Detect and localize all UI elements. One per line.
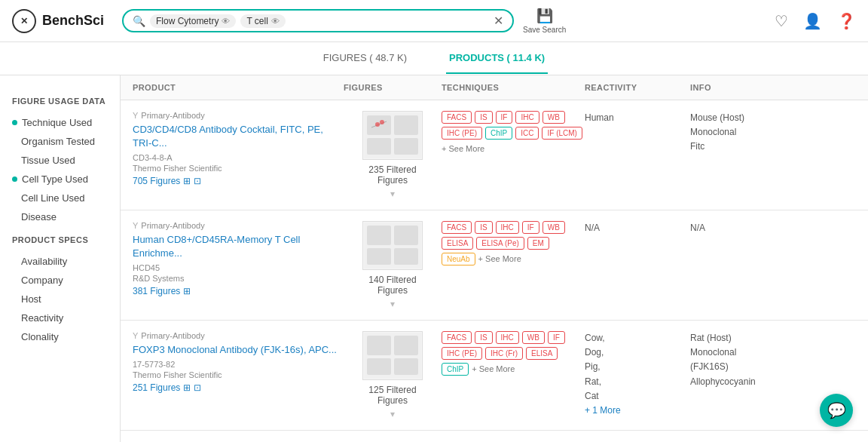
tag-ihc-pe-1[interactable]: IHC (PE) [442, 127, 482, 140]
reactivity-cell-1: Human [585, 111, 690, 125]
tag-is-1[interactable]: IS [475, 111, 492, 124]
product-name-3[interactable]: FOXP3 Monoclonal Antibody (FJK-16s), APC… [133, 343, 344, 357]
sidebar-item-disease[interactable]: Disease [12, 207, 108, 226]
figures-thumb-1[interactable] [362, 111, 423, 160]
tag-if-lcm-1[interactable]: IF (LCM) [542, 127, 582, 140]
product-type-3: Y Primary-Antibody [133, 331, 344, 340]
sidebar-item-cell-line-used[interactable]: Cell Line Used [12, 189, 108, 207]
tag-facs-2[interactable]: FACS [442, 221, 472, 234]
product-name-1[interactable]: CD3/CD4/CD8 Antibody Cocktail, FITC, PE,… [133, 123, 344, 150]
tag-ihc-2[interactable]: IHC [496, 221, 519, 234]
svg-rect-2 [394, 115, 418, 135]
product-code-1: CD3-4-8-A [133, 153, 344, 162]
svg-rect-16 [367, 358, 391, 375]
tag-facs-3[interactable]: FACS [442, 331, 472, 344]
techniques-cell-2: FACS IS IHC IF WB ELISA ELISA (Pe) EM Ne… [442, 221, 585, 266]
tag-elisa-2[interactable]: ELISA [442, 237, 473, 250]
tag-neuab-2[interactable]: NeuAb [442, 253, 475, 266]
info-cell-2: N/A [690, 221, 826, 235]
search-bar[interactable]: 🔍 Flow Cytometry 👁 T cell 👁 ✕ [122, 9, 514, 32]
save-search-button[interactable]: 💾 Save Search [523, 8, 566, 34]
tag-is-3[interactable]: IS [475, 331, 492, 344]
actions-cell-1: ♡ ⊞ [826, 111, 868, 150]
techniques-cell-3: FACS IS IHC WB IF IHC (PE) IHC (Fr) ELIS… [442, 331, 585, 376]
favorites-icon[interactable]: ♡ [775, 12, 788, 30]
figures-cell-3: 125 FilteredFigures ▾ [344, 331, 442, 419]
figures-expand-2[interactable]: ▾ [390, 299, 395, 309]
search-tag-tcell-label: T cell [246, 16, 267, 26]
sidebar-item-tissue-used[interactable]: Tissue Used [12, 151, 108, 170]
chat-bubble[interactable]: 💬 [820, 394, 853, 427]
sidebar-item-company[interactable]: Company [12, 271, 108, 290]
sidebar-item-organism-tested[interactable]: Organism Tested [12, 132, 108, 151]
table-row: Y Primary-Antibody FOXP3 Monoclonal Anti… [121, 321, 868, 431]
figures-count-2: 140 FilteredFigures [368, 275, 416, 296]
tag-elisa-pe-2[interactable]: ELISA (Pe) [476, 237, 524, 250]
figures-cell-1: 235 FilteredFigures ▾ [344, 111, 442, 199]
sidebar-item-host[interactable]: Host [12, 290, 108, 308]
see-more-3[interactable]: + See More [472, 364, 515, 376]
tag-elisa-3[interactable]: ELISA [526, 347, 558, 360]
search-tag-flow-cytometry[interactable]: Flow Cytometry 👁 [150, 14, 236, 28]
tag-chip-1[interactable]: ChIP [485, 127, 512, 140]
sidebar-item-reactivity[interactable]: Reactivity [12, 308, 108, 327]
product-company-1: Thermo Fisher Scientific [133, 164, 344, 173]
tag-ihc-3[interactable]: IHC [496, 331, 519, 344]
col-figures: FIGURES [344, 83, 442, 92]
tag-ihc-pe-3[interactable]: IHC (PE) [442, 347, 482, 360]
figures-thumb-3[interactable] [362, 331, 423, 380]
svg-rect-4 [394, 138, 418, 155]
svg-rect-9 [367, 226, 391, 245]
main: FIGURE USAGE DATA Technique Used Organis… [0, 75, 868, 442]
figures-icon-2: ⊞ [183, 286, 191, 296]
info-cell-1: Mouse (Host) Monoclonal Fitc [690, 111, 826, 155]
tag-wb-1[interactable]: WB [542, 111, 565, 124]
tag-ihc-fr-3[interactable]: IHC (Fr) [485, 347, 523, 360]
product-code-3: 17-5773-82 [133, 360, 344, 369]
actions-cell-2: ♡ ⊞ [826, 221, 868, 260]
tag-ihc-1[interactable]: IHC [515, 111, 539, 124]
actions-cell-3: ♡ ⊞ [826, 331, 868, 370]
search-tag-tcell[interactable]: T cell 👁 [240, 14, 285, 28]
tag-wb-2[interactable]: WB [542, 221, 565, 234]
product-figures-link-3[interactable]: 251 Figures ⊞ ⊡ [133, 382, 344, 393]
dot-icon [12, 176, 17, 182]
tag-wb-3[interactable]: WB [522, 331, 545, 344]
sidebar-item-clonality[interactable]: Clonality [12, 327, 108, 346]
svg-rect-12 [394, 248, 418, 265]
sidebar-item-technique-used[interactable]: Technique Used [12, 113, 108, 132]
tag-facs-1[interactable]: FACS [442, 111, 472, 124]
product-figures-link-2[interactable]: 381 Figures ⊞ [133, 286, 344, 296]
table-header: PRODUCT FIGURES TECHNIQUES REACTIVITY IN… [121, 75, 868, 100]
figures-expand-1[interactable]: ▾ [390, 189, 395, 199]
svg-rect-17 [394, 358, 418, 375]
sidebar-item-cell-type-used[interactable]: Cell Type Used [12, 170, 108, 189]
tab-figures[interactable]: FIGURES ( 48.7 K) [320, 43, 410, 74]
figures-thumb-2[interactable] [362, 221, 423, 270]
figures-expand-3[interactable]: ▾ [390, 409, 395, 419]
save-search-icon: 💾 [536, 8, 553, 24]
tag-if-3[interactable]: IF [548, 331, 565, 344]
see-more-2[interactable]: + See More [478, 254, 521, 266]
see-more-1[interactable]: + See More [442, 144, 484, 153]
chart-icon-1: ⊡ [194, 176, 201, 186]
clear-search-button[interactable]: ✕ [494, 14, 503, 28]
product-figures-link-1[interactable]: 705 Figures ⊞ ⊡ [133, 176, 344, 186]
tag-if-2[interactable]: IF [522, 221, 539, 234]
tag-em-2[interactable]: EM [527, 237, 549, 250]
product-cell-1: Y Primary-Antibody CD3/CD4/CD8 Antibody … [133, 111, 344, 186]
tag-chip-3[interactable]: ChIP [442, 363, 469, 376]
tag-icc-1[interactable]: ICC [515, 127, 539, 140]
svg-rect-14 [367, 336, 391, 355]
tabs: FIGURES ( 48.7 K) PRODUCTS ( 11.4 K) [0, 42, 868, 75]
svg-point-6 [375, 122, 380, 127]
reactivity-more-3[interactable]: + 1 More [585, 405, 621, 416]
product-code-2: HCD45 [133, 263, 344, 272]
tag-is-2[interactable]: IS [475, 221, 492, 234]
tab-products[interactable]: PRODUCTS ( 11.4 K) [446, 43, 548, 74]
tag-if-1[interactable]: IF [496, 111, 513, 124]
product-name-2[interactable]: Human CD8+/CD45RA-Memory T Cell Enrichme… [133, 233, 344, 260]
user-icon[interactable]: 👤 [803, 12, 822, 30]
sidebar-item-availability[interactable]: Availability [12, 252, 108, 271]
help-icon[interactable]: ❓ [837, 12, 856, 30]
